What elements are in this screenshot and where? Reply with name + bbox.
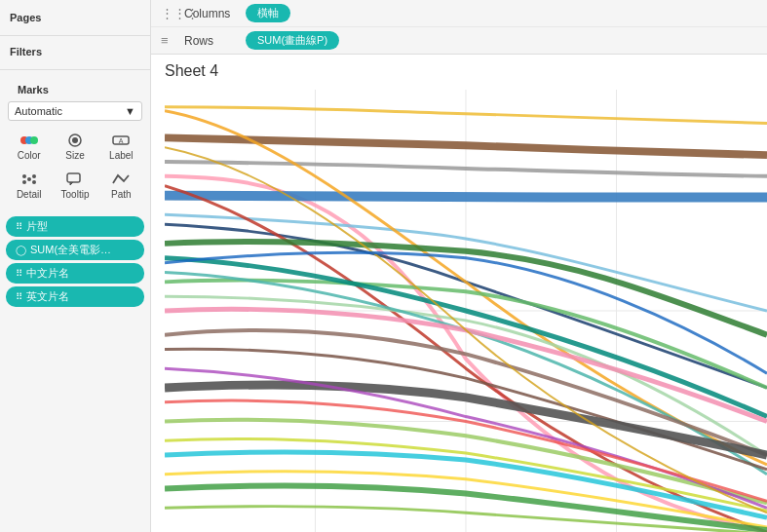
pill-chinese-icon: ⠿ (16, 268, 22, 279)
label-icon: A (110, 132, 132, 149)
detail-icon (19, 171, 40, 188)
main-area: ⋮⋮⋮ Columns 橫軸 ≡ Rows SUM(畫曲線P) Sheet 4 (151, 0, 767, 532)
pill-sum-icon: ◯ (16, 245, 26, 255)
marks-path-item[interactable]: Path (100, 168, 142, 203)
pages-label: Pages (0, 8, 150, 29)
path-icon (110, 171, 132, 188)
pills-list: ⠿ 片型 ◯ SUM(全美電影… ⠿ 中文片名 ⠿ 英文片名 (0, 212, 150, 311)
pill-sum-text: SUM(全美電影… (30, 243, 111, 257)
pill-chinese[interactable]: ⠿ 中文片名 (6, 263, 144, 284)
pill-english-text: 英文片名 (26, 289, 69, 304)
chart-area: Sheet 4 (151, 55, 767, 532)
svg-point-9 (32, 174, 36, 178)
filters-label: Filters (0, 42, 150, 63)
svg-point-7 (22, 174, 26, 178)
label-label: Label (109, 150, 133, 161)
path-label: Path (111, 189, 132, 200)
marks-type-label: Automatic (15, 105, 62, 117)
marks-section: Marks Automatic ▼ Color (0, 76, 150, 212)
marks-grid: Color Size A Label (8, 129, 142, 203)
svg-point-2 (30, 136, 38, 144)
detail-label: Detail (17, 189, 42, 200)
marks-tooltip-item[interactable]: Tooltip (54, 168, 96, 203)
marks-type-dropdown[interactable]: Automatic ▼ (8, 101, 142, 121)
sidebar: Pages Filters Marks Automatic ▼ Color (0, 0, 151, 532)
svg-rect-12 (67, 173, 80, 182)
size-label: Size (65, 150, 84, 161)
rows-label: Rows (184, 34, 238, 48)
pill-english[interactable]: ⠿ 英文片名 (6, 286, 144, 307)
color-label: Color (18, 150, 41, 161)
columns-label: Columns (184, 7, 238, 20)
chevron-down-icon: ▼ (125, 105, 135, 117)
rows-icon: ≡ (161, 33, 176, 48)
pill-category-icon: ⠿ (16, 221, 22, 232)
shelf-bar: ⋮⋮⋮ Columns 橫軸 ≡ Rows SUM(畫曲線P) (151, 0, 767, 55)
chart-container (165, 90, 767, 532)
rows-pill[interactable]: SUM(畫曲線P) (246, 31, 339, 50)
pill-chinese-text: 中文片名 (26, 266, 69, 281)
tooltip-icon (64, 171, 86, 188)
svg-point-11 (32, 180, 36, 184)
svg-point-4 (72, 137, 78, 143)
marks-size-item[interactable]: Size (54, 129, 96, 164)
marks-color-item[interactable]: Color (8, 129, 50, 164)
color-icon (19, 132, 40, 149)
columns-shelf-row: ⋮⋮⋮ Columns 橫軸 (151, 0, 767, 27)
parallel-chart-svg (165, 90, 767, 532)
columns-pill[interactable]: 橫軸 (246, 4, 290, 22)
tooltip-label: Tooltip (61, 189, 90, 200)
sheet-title: Sheet 4 (151, 55, 767, 84)
marks-detail-item[interactable]: Detail (8, 168, 50, 203)
pill-category-text: 片型 (26, 219, 48, 234)
svg-point-8 (27, 177, 31, 181)
svg-point-10 (22, 180, 26, 184)
pill-category[interactable]: ⠿ 片型 (6, 216, 144, 237)
size-icon (64, 132, 86, 149)
rows-shelf-row: ≡ Rows SUM(畫曲線P) (151, 27, 767, 54)
marks-label: Marks (8, 80, 142, 101)
marks-label-item[interactable]: A Label (100, 129, 142, 164)
columns-icon: ⋮⋮⋮ (161, 6, 176, 20)
pill-sum[interactable]: ◯ SUM(全美電影… (6, 240, 144, 260)
pill-english-icon: ⠿ (16, 291, 22, 302)
svg-text:A: A (119, 137, 124, 144)
